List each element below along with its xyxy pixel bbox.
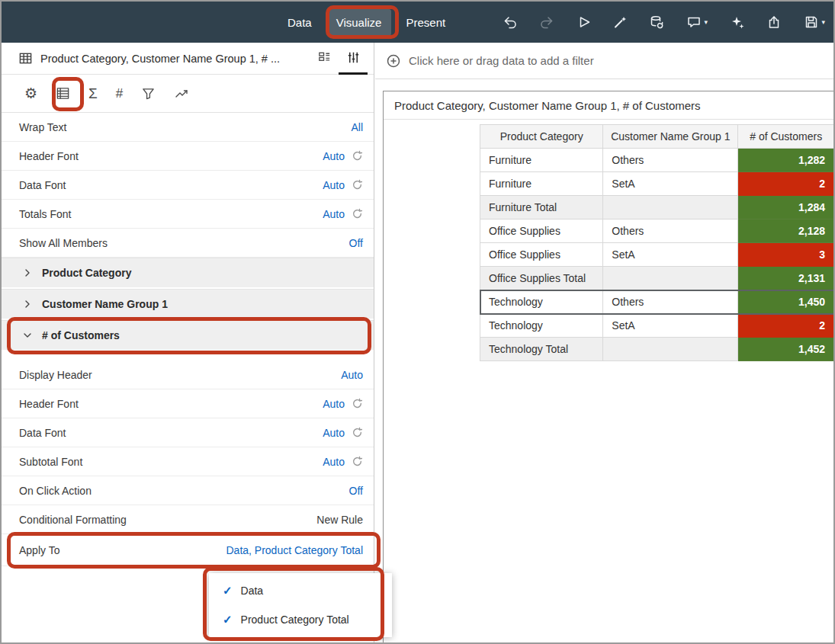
- value-cell[interactable]: 1,452: [738, 338, 834, 361]
- category-cell[interactable]: Technology: [480, 290, 603, 314]
- reset-icon[interactable]: [352, 150, 363, 162]
- category-cell[interactable]: Office Supplies: [480, 243, 603, 267]
- comments-button[interactable]: ▾: [675, 2, 719, 43]
- table-row[interactable]: FurnitureOthers1,282: [480, 149, 834, 172]
- property-show-all-members[interactable]: Show All MembersOff: [2, 229, 374, 258]
- table-row[interactable]: Office Supplies Total2,131: [480, 267, 834, 290]
- menu-item-data[interactable]: ✓Data: [209, 576, 392, 605]
- property-value[interactable]: Auto: [323, 179, 345, 191]
- group-cell[interactable]: Others: [603, 149, 738, 172]
- section-number-of-customers[interactable]: # of Customers: [2, 320, 374, 351]
- property-header-font[interactable]: Header FontAuto: [2, 142, 374, 171]
- property-data-font[interactable]: Data FontAuto: [2, 418, 374, 447]
- property-apply-to[interactable]: Apply To Data, Product Category Total: [2, 534, 374, 566]
- group-cell[interactable]: [603, 267, 738, 290]
- value-cell[interactable]: 1,284: [738, 196, 834, 219]
- redo-button[interactable]: [528, 2, 565, 43]
- category-cell[interactable]: Technology Total: [480, 338, 603, 361]
- export-button[interactable]: [756, 2, 792, 43]
- property-value[interactable]: Data, Product Category Total: [226, 544, 363, 556]
- category-cell[interactable]: Furniture Total: [480, 196, 603, 219]
- category-cell[interactable]: Furniture: [480, 149, 603, 172]
- property-value[interactable]: Auto: [323, 150, 345, 162]
- filter-bar[interactable]: Click here or drag data to add a filter: [375, 43, 833, 79]
- category-cell[interactable]: Furniture: [480, 172, 603, 196]
- table-row[interactable]: Office SuppliesOthers2,128: [480, 219, 834, 243]
- column-header-customer-name-group-1[interactable]: Customer Name Group 1: [603, 125, 738, 149]
- property-totals-font[interactable]: Totals FontAuto: [2, 200, 374, 229]
- section-product-category[interactable]: Product Category: [2, 258, 374, 289]
- reset-icon[interactable]: [352, 208, 363, 219]
- number-icon[interactable]: #: [116, 87, 123, 100]
- menu-item-product-category-total[interactable]: ✓Product Category Total: [209, 605, 392, 634]
- visualization-panel[interactable]: Product Category, Customer Name Group 1,…: [383, 91, 835, 644]
- property-wrap-text[interactable]: Wrap TextAll: [2, 113, 374, 142]
- group-cell[interactable]: SetA: [603, 314, 738, 338]
- tab-visualize[interactable]: Visualize: [326, 9, 392, 36]
- property-on-click-action[interactable]: On Click ActionOff: [2, 476, 374, 505]
- group-cell[interactable]: [603, 196, 738, 219]
- value-cell[interactable]: 2: [738, 172, 834, 196]
- table-icon[interactable]: [56, 86, 70, 101]
- value-cell[interactable]: 2: [738, 314, 834, 338]
- group-cell[interactable]: [603, 338, 738, 361]
- property-value[interactable]: Auto: [323, 398, 345, 410]
- reset-icon[interactable]: [352, 427, 363, 438]
- property-header-font[interactable]: Header FontAuto: [2, 389, 374, 418]
- sigma-icon[interactable]: Σ: [88, 86, 98, 101]
- auto-insights-button[interactable]: [602, 2, 638, 43]
- play-button[interactable]: [565, 2, 602, 43]
- table-row[interactable]: Office SuppliesSetA3: [480, 243, 834, 267]
- table-row[interactable]: Technology Total1,452: [480, 338, 834, 361]
- property-value[interactable]: Auto: [323, 208, 345, 220]
- redo-icon: [539, 14, 554, 30]
- property-subtotal-font[interactable]: Subtotal FontAuto: [2, 447, 374, 476]
- reset-icon[interactable]: [352, 179, 363, 191]
- section-customer-name-group-1[interactable]: Customer Name Group 1: [2, 289, 374, 320]
- property-value[interactable]: Off: [349, 485, 363, 497]
- value-cell[interactable]: 2,128: [738, 219, 834, 243]
- gear-icon[interactable]: ⚙: [24, 86, 37, 101]
- table-row[interactable]: TechnologyOthers1,450: [480, 290, 834, 314]
- group-cell[interactable]: Others: [603, 290, 738, 314]
- undo-button[interactable]: [492, 2, 528, 43]
- reset-icon[interactable]: [352, 398, 363, 409]
- group-cell[interactable]: SetA: [603, 172, 738, 196]
- section-label: Product Category: [42, 267, 131, 279]
- value-cell[interactable]: 1,450: [738, 290, 834, 314]
- value-cell[interactable]: 2,131: [738, 267, 834, 290]
- property-data-font[interactable]: Data FontAuto: [2, 171, 374, 200]
- group-cell[interactable]: SetA: [603, 243, 738, 267]
- filter-icon[interactable]: [141, 86, 156, 101]
- tab-data[interactable]: Data: [278, 9, 322, 36]
- grammar-tab[interactable]: [310, 43, 339, 75]
- refresh-data-button[interactable]: [638, 2, 675, 43]
- save-button[interactable]: ▾: [792, 2, 833, 43]
- property-display-header[interactable]: Display HeaderAuto: [2, 360, 374, 389]
- category-cell[interactable]: Technology: [480, 314, 603, 338]
- value-cell[interactable]: 3: [738, 243, 834, 267]
- category-cell[interactable]: Office Supplies Total: [480, 267, 603, 290]
- column-header-of-customers[interactable]: # of Customers: [738, 125, 834, 149]
- table-row[interactable]: TechnologySetA2: [480, 314, 834, 338]
- group-cell[interactable]: Others: [603, 219, 738, 243]
- property-value[interactable]: Auto: [341, 369, 363, 381]
- property-conditional-formatting[interactable]: Conditional FormattingNew Rule: [2, 505, 374, 534]
- value-cell[interactable]: 1,282: [738, 149, 834, 172]
- property-label: Data Font: [19, 179, 66, 191]
- table-row[interactable]: FurnitureSetA2: [480, 172, 834, 196]
- category-cell[interactable]: Office Supplies: [480, 219, 603, 243]
- reset-icon[interactable]: [352, 456, 363, 467]
- property-value[interactable]: All: [351, 121, 363, 133]
- properties-tab[interactable]: [339, 43, 368, 75]
- trend-icon[interactable]: [174, 86, 189, 101]
- spark-button[interactable]: [719, 2, 756, 43]
- table-row[interactable]: Furniture Total1,284: [480, 196, 834, 219]
- tab-present[interactable]: Present: [396, 9, 455, 36]
- property-value[interactable]: Auto: [323, 456, 345, 468]
- column-header-product-category[interactable]: Product Category: [480, 125, 603, 149]
- property-value[interactable]: Auto: [323, 427, 345, 439]
- property-value[interactable]: New Rule: [316, 514, 363, 526]
- property-label: Data Font: [19, 427, 66, 439]
- property-value[interactable]: Off: [349, 237, 363, 249]
